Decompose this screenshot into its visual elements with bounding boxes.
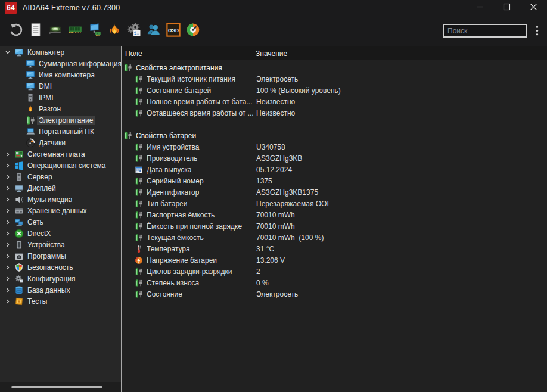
osd-panel-button[interactable]: OSD — [163, 21, 183, 41]
remote-features-button[interactable] — [144, 21, 163, 41]
search-input[interactable] — [443, 24, 527, 38]
sidebar-item-имя-компьютера[interactable]: Имя компьютера — [0, 69, 121, 80]
hscrollbar-thumb[interactable] — [11, 386, 102, 388]
sidebar-item-label: База данных — [27, 286, 70, 294]
sidebar-item-база-данных[interactable]: База данных — [0, 284, 121, 295]
chevron-right-icon[interactable] — [4, 208, 12, 214]
table-row[interactable]: Полное время работы от бата...Неизвестно — [122, 96, 547, 107]
minimize-button[interactable] — [467, 0, 493, 15]
monitor-icon — [14, 48, 24, 57]
chevron-right-icon[interactable] — [4, 174, 12, 180]
report-button[interactable] — [26, 21, 45, 41]
value-cell: 13.206 V — [256, 256, 285, 265]
chevron-right-icon[interactable] — [4, 298, 12, 304]
sidebar-item-хранение-данных[interactable]: Хранение данных — [0, 205, 121, 216]
chevron-right-icon[interactable] — [4, 253, 12, 259]
overflow-menu-button[interactable] — [527, 21, 547, 41]
sidebar-item-разгон[interactable]: Разгон — [0, 103, 121, 114]
sidebar-item-label: Системная плата — [27, 150, 85, 158]
app-window: 64 AIDA64 Extreme v7.60.7300 OSD Компьют… — [0, 0, 547, 392]
main-panel: ПолеЗначение Свойства электропитанияТеку… — [122, 46, 547, 392]
table-row[interactable]: Температура31 °C — [122, 243, 547, 254]
chevron-down-icon[interactable] — [4, 49, 12, 55]
sidebar-item-dmi[interactable]: DMI — [0, 80, 121, 92]
battery-icon — [134, 154, 143, 163]
sidebar-item-мультимедиа[interactable]: Мультимедиа — [0, 194, 121, 205]
sensorball-icon — [25, 138, 35, 148]
table-row[interactable]: Дата выпуска05.12.2024 — [122, 164, 547, 175]
sidebar-item-root[interactable]: Компьютер — [0, 46, 121, 58]
devices-info-button[interactable] — [85, 21, 104, 41]
chevron-right-icon[interactable] — [4, 185, 12, 191]
sidebar-item-конфигурация[interactable]: Конфигурация — [0, 273, 121, 284]
table-row[interactable]: Серийный номер1375 — [122, 175, 547, 186]
battery-icon — [134, 290, 143, 298]
tower-icon — [25, 93, 35, 102]
tests-icon — [14, 297, 24, 306]
sidebar-item-сервер[interactable]: Сервер — [0, 171, 121, 182]
sensor-panel-button[interactable] — [183, 21, 203, 41]
minimize-icon — [476, 3, 484, 13]
table-row[interactable]: Состояние батарей100 % (Высокий уровень) — [122, 85, 547, 96]
sidebar-item-программы[interactable]: Программы — [0, 250, 121, 262]
table-row[interactable]: Циклов зарядки-разрядки2 — [122, 266, 547, 277]
table-row[interactable]: СостояниеЭлектросеть — [122, 288, 547, 300]
battery-icon — [134, 108, 143, 117]
chevron-right-icon[interactable] — [4, 287, 12, 293]
kebab-menu-icon — [536, 26, 539, 36]
chevron-right-icon[interactable] — [4, 151, 12, 157]
column-header-0[interactable]: Поле — [122, 46, 251, 60]
field-cell: Степень износа — [147, 279, 199, 287]
table-row[interactable]: Текущая ёмкость70010 mWh (100 %) — [122, 232, 547, 243]
battery-icon — [134, 176, 143, 185]
sidebar-item-портативный-пк[interactable]: Портативный ПК — [0, 126, 121, 137]
table-row[interactable]: Напряжение батареи13.206 V — [122, 254, 547, 266]
sidebar-item-label: Устройства — [27, 241, 65, 249]
database-icon — [14, 285, 24, 295]
table-row[interactable]: Оставшееся время работы от ...Неизвестно — [122, 107, 547, 119]
memory-info-button[interactable] — [65, 21, 85, 41]
table-row[interactable]: ИдентификаторAS3GZHg3KB1375 — [122, 186, 547, 198]
value-cell: Перезаряжаемая OOI — [256, 200, 329, 208]
chevron-right-icon[interactable] — [4, 197, 12, 203]
battery-icon — [134, 86, 143, 95]
sidebar-item-безопасность[interactable]: Безопасность — [0, 262, 121, 273]
table-row[interactable]: ПроизводительAS3GZHg3KB — [122, 153, 547, 164]
close-button[interactable] — [520, 0, 547, 15]
monitor-icon — [25, 70, 35, 80]
table-group-row[interactable]: Свойства электропитания — [122, 62, 547, 73]
sidebar-item-label: Сеть — [27, 218, 43, 226]
refresh-button[interactable] — [6, 21, 26, 41]
chevron-right-icon[interactable] — [4, 219, 12, 225]
preferences-button[interactable] — [124, 21, 144, 41]
speaker-icon — [14, 195, 24, 204]
cpu-info-button[interactable] — [45, 21, 65, 41]
chevron-right-icon[interactable] — [4, 242, 12, 248]
sidebar-item-сеть[interactable]: Сеть — [0, 216, 121, 228]
table-row[interactable]: Ёмкость при полной зарядке70010 mWh — [122, 220, 547, 232]
maximize-button[interactable] — [493, 0, 520, 15]
sidebar-item-устройства[interactable]: Устройства — [0, 239, 121, 250]
chevron-right-icon[interactable] — [4, 231, 12, 237]
chevron-right-icon[interactable] — [4, 163, 12, 169]
sidebar-item-датчики[interactable]: Датчики — [0, 137, 121, 148]
sidebar-item-directx[interactable]: DirectX — [0, 228, 121, 239]
table-row[interactable]: Имя устройстваU340758 — [122, 141, 547, 153]
table-row[interactable]: Паспортная ёмкость70010 mWh — [122, 209, 547, 220]
sidebar-hscrollbar[interactable] — [0, 382, 121, 392]
sidebar-item-операционная-система[interactable]: Операционная система — [0, 160, 121, 171]
chevron-right-icon[interactable] — [4, 265, 12, 270]
sidebar-item-тесты[interactable]: Тесты — [0, 295, 121, 307]
table-row[interactable]: Тип батареиПерезаряжаемая OOI — [122, 198, 547, 209]
table-row[interactable]: Степень износа0 % — [122, 277, 547, 288]
table-row[interactable]: Текущий источник питанияЭлектросеть — [122, 73, 547, 85]
sidebar-item-системная-плата[interactable]: Системная плата — [0, 148, 121, 160]
stability-test-button[interactable] — [104, 21, 124, 41]
column-header-1[interactable]: Значение — [251, 46, 473, 60]
table-group-row[interactable]: Свойства батареи — [122, 130, 547, 141]
sidebar-item-электропитание[interactable]: Электропитание — [0, 114, 121, 126]
sidebar-item-суммарная-информация[interactable]: Суммарная информация — [0, 58, 121, 69]
sidebar-item-дисплей[interactable]: Дисплей — [0, 182, 121, 194]
sidebar-item-ipmi[interactable]: IPMI — [0, 92, 121, 103]
chevron-right-icon[interactable] — [4, 276, 12, 282]
